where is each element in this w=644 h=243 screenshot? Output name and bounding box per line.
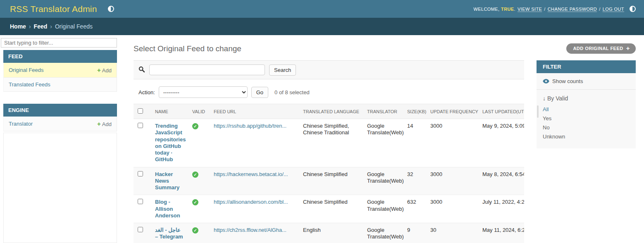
welcome-prefix: WELCOME,: [473, 7, 499, 12]
filter-option-label[interactable]: Yes: [543, 115, 551, 122]
column-header-feed-url[interactable]: FEED URL: [210, 104, 299, 119]
filter-option-no[interactable]: No: [537, 123, 636, 132]
feed-url-link[interactable]: https://allisonanderson.com/bl...: [214, 199, 295, 205]
filter-option-label[interactable]: Unknown: [543, 133, 565, 140]
last-updated-cell: July 11, 2022, 4:25 p.m.: [478, 195, 524, 223]
table-row: Trending JavaScript repositories on GitH…: [134, 119, 524, 167]
filter-group-title: ↓By Valid: [543, 95, 630, 102]
show-counts-label: Show counts: [552, 78, 583, 84]
filter-scrollbar[interactable]: [537, 105, 539, 118]
main-content: Select Original Feed to change ADD ORIGI…: [117, 35, 644, 243]
filter-group-label: By Valid: [547, 95, 568, 102]
column-header-valid[interactable]: VALID: [188, 104, 210, 119]
table-header-row: NAME VALID FEED URL TRANSLATED LANGUAGE …: [134, 104, 524, 119]
breadcrumb-current: Original Feeds: [55, 23, 93, 30]
breadcrumb-feed-link[interactable]: Feed: [34, 23, 48, 30]
translated-language-cell: Chinese Simplified, Chinese Traditional: [299, 119, 363, 167]
app-header: RSS Translator Admin WELCOME, TRUE. VIEW…: [0, 0, 644, 18]
translated-language-cell: Chinese Simplified: [299, 167, 363, 195]
valid-check-icon: ✓: [192, 227, 198, 233]
app-title-link[interactable]: RSS Translator Admin: [10, 4, 97, 14]
filter-panel-title: FILTER: [537, 60, 636, 73]
filter-option-all[interactable]: All: [537, 105, 636, 114]
filter-option-yes[interactable]: Yes: [537, 114, 636, 123]
sidebar-empty-panel: [3, 133, 117, 243]
add-translator-link[interactable]: +Add: [97, 120, 112, 127]
sidebar-item-translator[interactable]: Translator +Add: [3, 117, 117, 131]
feed-name-link[interactable]: عاجل - الغد – Telegram: [155, 227, 184, 241]
sidebar-filter-input[interactable]: [1, 38, 117, 48]
changelist-results: Search Action: --------- Go 0 of 8 selec…: [134, 60, 524, 243]
filter-options-list: All Yes No Unknown: [537, 105, 636, 142]
update-frequency-cell: 3000: [426, 195, 478, 223]
welcome-suffix: .: [514, 7, 515, 12]
plus-icon: +: [97, 120, 101, 127]
row-checkbox[interactable]: [138, 171, 143, 176]
feed-name-link[interactable]: Hacker News Summary: [155, 171, 184, 191]
sidebar-item-original-feeds[interactable]: Original Feeds +Add: [3, 63, 117, 78]
select-all-checkbox[interactable]: [138, 108, 143, 114]
log-out-link[interactable]: LOG OUT: [603, 7, 624, 12]
column-header-last-updated[interactable]: LAST UPDATED(UTC): [478, 104, 524, 119]
results-table: NAME VALID FEED URL TRANSLATED LANGUAGE …: [134, 104, 524, 243]
actions-row: Action: --------- Go 0 of 8 selected: [134, 86, 524, 98]
feed-url-link[interactable]: https://rsshub.app/github/tren...: [214, 123, 295, 129]
filter-option-unknown[interactable]: Unknown: [537, 132, 636, 141]
column-header-translated-language[interactable]: TRANSLATED LANGUAGE: [299, 104, 363, 119]
theme-toggle-icon[interactable]: [630, 6, 636, 12]
valid-check-icon: ✓: [192, 172, 198, 178]
username: TRUE: [501, 7, 514, 12]
translator-cell: Google Translate(Web): [363, 119, 403, 167]
sidebar-item-label[interactable]: Translator: [9, 121, 33, 127]
feed-url-link[interactable]: https://hackernews.betacat.io/...: [214, 171, 295, 178]
add-original-feed-link[interactable]: +Add: [97, 67, 112, 74]
search-input[interactable]: [149, 64, 265, 75]
sidebar-item-translated-feeds[interactable]: Translated Feeds: [3, 78, 117, 92]
filter-option-label[interactable]: All: [543, 106, 549, 112]
table-row: Blog - Allison Anderson ✓ https://alliso…: [134, 195, 524, 223]
sidebar-item-label[interactable]: Original Feeds: [9, 67, 44, 73]
change-password-link[interactable]: CHANGE PASSWORD: [548, 7, 597, 12]
show-counts-link[interactable]: Show counts: [537, 73, 636, 90]
size-cell: 9: [403, 223, 426, 243]
column-header-translator[interactable]: TRANSLATOR: [363, 104, 403, 119]
row-checkbox[interactable]: [138, 199, 143, 204]
sidebar-section-engine: ENGINE Translator +Add: [3, 104, 117, 131]
link-separator: /: [599, 7, 600, 12]
add-label: Add: [102, 67, 112, 74]
plus-icon: +: [626, 46, 630, 50]
sidebar-item-label[interactable]: Translated Feeds: [9, 81, 50, 88]
sidebar-section-engine-title: ENGINE: [3, 104, 117, 117]
valid-check-icon: ✓: [192, 199, 198, 205]
column-header-update-frequency[interactable]: UPDATE FREQUENCY: [426, 104, 478, 119]
row-checkbox[interactable]: [138, 123, 143, 128]
view-site-link[interactable]: VIEW SITE: [518, 7, 542, 12]
column-header-name[interactable]: NAME: [151, 104, 188, 119]
update-frequency-cell: 3000: [426, 167, 478, 195]
feed-url-link[interactable]: https://ch2rss.fflow.net/AlGha...: [214, 227, 295, 233]
action-select[interactable]: ---------: [159, 86, 248, 98]
sort-arrow-icon: ↓: [543, 95, 546, 102]
user-tools: WELCOME, TRUE. VIEW SITE / CHANGE PASSWO…: [473, 6, 636, 12]
feed-name-link[interactable]: Trending JavaScript repositories on GitH…: [155, 123, 184, 163]
feed-name-link[interactable]: Blog - Allison Anderson: [155, 199, 184, 219]
plus-icon: +: [97, 67, 101, 74]
theme-toggle-icon[interactable]: [108, 6, 114, 12]
breadcrumb-separator: ›: [29, 23, 31, 30]
table-row: عاجل - الغد – Telegram ✓ https://ch2rss.…: [134, 223, 524, 243]
breadcrumb-home-link[interactable]: Home: [10, 23, 26, 30]
search-button[interactable]: Search: [269, 64, 296, 76]
row-checkbox[interactable]: [138, 227, 143, 232]
translated-language-cell: English: [299, 223, 363, 243]
sidebar-spacer: [0, 92, 117, 104]
eye-icon: [543, 79, 549, 83]
search-toolbar: Search: [134, 60, 524, 79]
go-button[interactable]: Go: [251, 87, 268, 98]
column-header-size[interactable]: SIZE(KB): [403, 104, 426, 119]
filter-option-label[interactable]: No: [543, 124, 550, 131]
add-original-feed-button[interactable]: ADD ORIGINAL FEED +: [566, 43, 636, 54]
translator-cell: Google Translate(Web): [363, 167, 403, 195]
search-icon: [138, 66, 145, 74]
size-cell: 32: [403, 167, 426, 195]
last-updated-cell: May 8, 2024, 6:54 a.m.: [478, 167, 524, 195]
